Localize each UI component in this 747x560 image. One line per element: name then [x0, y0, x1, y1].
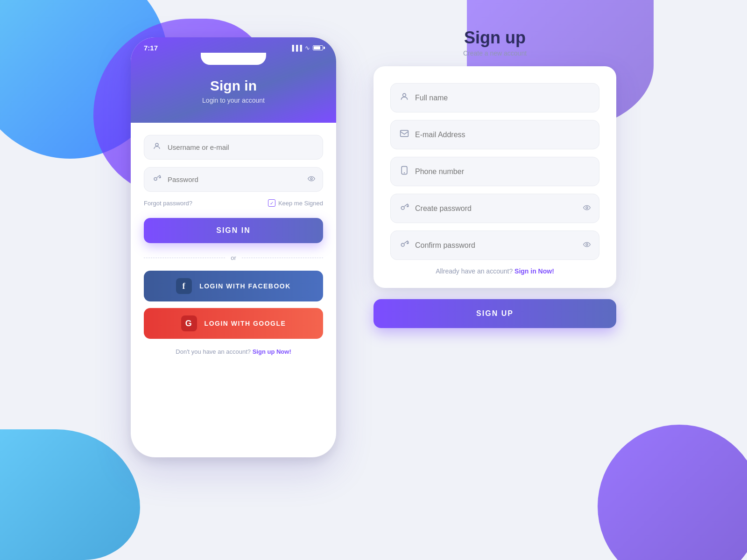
facebook-icon: f [176, 278, 192, 294]
signal-icon: ▐▐▐ [290, 45, 302, 51]
signin-subtitle: Login to your account [131, 97, 336, 104]
status-time: 7:17 [144, 44, 158, 52]
google-login-button[interactable]: G LOGIN WITH GOOGLE [144, 308, 323, 339]
keep-signed-checkbox[interactable]: ✓ [268, 199, 275, 207]
signup-header: Sign up Create a new account [374, 28, 616, 57]
forgot-password-link[interactable]: Forgot password? [144, 200, 192, 207]
username-input[interactable] [168, 143, 315, 151]
google-button-label: LOGIN WITH GOOGLE [204, 320, 286, 327]
signin-footer: Don't you have an account? Sign up Now! [144, 339, 323, 360]
fullname-user-icon [399, 92, 409, 104]
svg-point-3 [403, 93, 406, 97]
signup-card: Allready have an account? Sign in Now! [374, 66, 616, 288]
user-icon [152, 142, 162, 153]
confirm-password-eye-icon[interactable] [583, 241, 591, 250]
signup-panel: Sign up Create a new account [374, 28, 616, 328]
main-container: 7:17 ▐▐▐ ∿ Sign in Login to your account [0, 0, 747, 560]
already-text: Allready have an account? [436, 267, 513, 275]
fullname-input[interactable] [415, 94, 591, 102]
email-input[interactable] [415, 131, 591, 139]
phone-icon [399, 166, 409, 177]
svg-point-0 [155, 143, 158, 146]
confirm-password-input[interactable] [415, 241, 583, 250]
fullname-input-group [390, 83, 599, 112]
signin-form-body: Forgot password? ✓ Keep me Signed SIGN I… [131, 118, 336, 373]
signin-title: Sign in [131, 78, 336, 94]
google-icon: G [181, 315, 197, 331]
phone-mockup: 7:17 ▐▐▐ ∿ Sign in Login to your account [131, 37, 336, 457]
battery-icon [313, 45, 323, 50]
email-icon [399, 129, 409, 140]
keep-signed-option: ✓ Keep me Signed [268, 199, 323, 207]
sign-up-button[interactable]: SIGN UP [374, 299, 616, 328]
form-options: Forgot password? ✓ Keep me Signed [144, 199, 323, 207]
divider-left [144, 258, 225, 258]
divider: or [144, 254, 323, 261]
already-account-text: Allready have an account? Sign in Now! [390, 267, 599, 275]
signin-now-link[interactable]: Sign in Now! [514, 267, 554, 275]
phone-header: 7:17 ▐▐▐ ∿ Sign in Login to your account [131, 37, 336, 123]
svg-point-1 [154, 178, 157, 181]
facebook-login-button[interactable]: f LOGIN WITH FACEBOOK [144, 271, 323, 301]
create-password-input-group [390, 194, 599, 223]
signup-now-link[interactable]: Sign up Now! [253, 348, 291, 355]
svg-point-9 [401, 243, 404, 246]
signin-footer-text: Don't you have an account? [176, 348, 251, 355]
svg-rect-4 [401, 130, 409, 136]
divider-right [242, 258, 323, 258]
email-input-group [390, 120, 599, 149]
confirm-password-input-group [390, 231, 599, 260]
svg-point-8 [586, 207, 588, 209]
phone-input-group [390, 157, 599, 186]
password-eye-icon[interactable] [308, 175, 315, 184]
username-input-group [144, 135, 323, 160]
facebook-button-label: LOGIN WITH FACEBOOK [199, 282, 291, 290]
signin-password-input[interactable] [168, 175, 308, 183]
key-icon [152, 174, 162, 185]
phone-notch [201, 53, 266, 65]
status-icons: ▐▐▐ ∿ [290, 44, 323, 51]
sign-in-button[interactable]: SIGN IN [144, 218, 323, 243]
phone-input[interactable] [415, 168, 591, 176]
wifi-icon: ∿ [305, 44, 310, 51]
password-input-group [144, 167, 323, 192]
svg-point-7 [401, 206, 404, 210]
create-password-key-icon [399, 203, 409, 214]
signup-title: Sign up [374, 28, 616, 48]
create-password-eye-icon[interactable] [583, 204, 591, 213]
status-bar: 7:17 ▐▐▐ ∿ [131, 37, 336, 52]
svg-point-10 [586, 244, 588, 245]
create-password-input[interactable] [415, 204, 583, 213]
divider-text: or [231, 254, 236, 261]
signup-subtitle: Create a new account [374, 49, 616, 57]
svg-point-2 [310, 178, 312, 180]
keep-signed-label: Keep me Signed [278, 200, 323, 207]
confirm-password-key-icon [399, 239, 409, 251]
